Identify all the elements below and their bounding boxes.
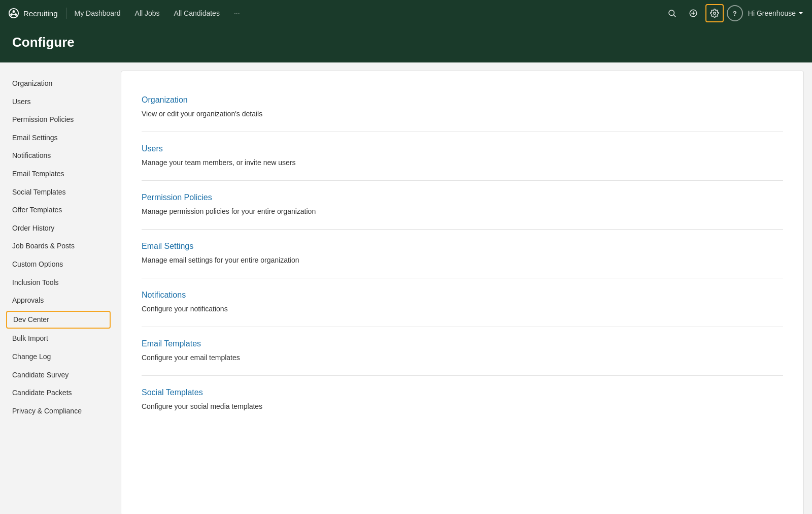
top-nav: Recruiting My Dashboard All Jobs All Can… bbox=[0, 0, 812, 26]
user-menu[interactable]: Hi Greenhouse bbox=[748, 9, 804, 17]
section-email-templates: Email TemplatesConfigure your email temp… bbox=[142, 327, 783, 376]
svg-point-0 bbox=[9, 9, 18, 18]
nav-right: ? Hi Greenhouse bbox=[663, 4, 804, 22]
section-title-organization[interactable]: Organization bbox=[142, 95, 783, 105]
sidebar: OrganizationUsersPermission PoliciesEmai… bbox=[0, 62, 117, 514]
sidebar-item-social-templates[interactable]: Social Templates bbox=[0, 183, 117, 202]
brand-name: Recruiting bbox=[23, 9, 58, 18]
section-desc-email-templates: Configure your email templates bbox=[142, 352, 783, 363]
svg-point-12 bbox=[714, 12, 716, 15]
section-email-settings: Email SettingsManage email settings for … bbox=[142, 230, 783, 278]
section-desc-organization: View or edit your organization's details bbox=[142, 109, 783, 119]
section-permission-policies: Permission PoliciesManage permission pol… bbox=[142, 181, 783, 230]
section-notifications: NotificationsConfigure your notification… bbox=[142, 278, 783, 327]
section-desc-social-templates: Configure your social media templates bbox=[142, 401, 783, 412]
page-title: Configure bbox=[12, 35, 800, 50]
section-desc-email-settings: Manage email settings for your entire or… bbox=[142, 255, 783, 266]
section-social-templates: Social TemplatesConfigure your social me… bbox=[142, 376, 783, 424]
sidebar-item-email-templates[interactable]: Email Templates bbox=[0, 165, 117, 183]
sidebar-item-order-history[interactable]: Order History bbox=[0, 219, 117, 238]
section-title-notifications[interactable]: Notifications bbox=[142, 291, 783, 300]
sidebar-item-job-boards[interactable]: Job Boards & Posts bbox=[0, 237, 117, 255]
section-title-email-templates[interactable]: Email Templates bbox=[142, 339, 783, 348]
user-greeting: Hi Greenhouse bbox=[748, 9, 796, 17]
sidebar-item-permission-policies[interactable]: Permission Policies bbox=[0, 111, 117, 129]
section-organization: OrganizationView or edit your organizati… bbox=[142, 83, 783, 132]
brand-logo[interactable]: Recruiting bbox=[8, 8, 66, 19]
search-icon bbox=[667, 9, 676, 18]
sidebar-item-change-log[interactable]: Change Log bbox=[0, 348, 117, 366]
page-header: Configure bbox=[0, 26, 812, 62]
sidebar-item-notifications[interactable]: Notifications bbox=[0, 147, 117, 165]
sidebar-item-email-settings[interactable]: Email Settings bbox=[0, 129, 117, 147]
chevron-down-icon bbox=[798, 10, 804, 16]
section-desc-users: Manage your team members, or invite new … bbox=[142, 157, 783, 168]
svg-line-4 bbox=[11, 13, 14, 14]
section-title-permission-policies[interactable]: Permission Policies bbox=[142, 193, 783, 202]
svg-line-8 bbox=[673, 15, 675, 17]
nav-all-candidates[interactable]: All Candidates bbox=[174, 9, 220, 17]
nav-all-jobs[interactable]: All Jobs bbox=[135, 9, 160, 17]
svg-point-7 bbox=[669, 10, 674, 16]
sidebar-item-users[interactable]: Users bbox=[0, 93, 117, 111]
add-icon bbox=[689, 9, 698, 18]
nav-more[interactable]: ··· bbox=[234, 9, 240, 17]
sidebar-item-inclusion-tools[interactable]: Inclusion Tools bbox=[0, 274, 117, 292]
nav-my-dashboard[interactable]: My Dashboard bbox=[75, 9, 121, 17]
add-button[interactable] bbox=[684, 4, 702, 22]
gear-icon bbox=[710, 9, 719, 18]
sidebar-item-bulk-import[interactable]: Bulk Import bbox=[0, 330, 117, 348]
svg-line-5 bbox=[14, 13, 16, 14]
section-desc-permission-policies: Manage permission policies for your enti… bbox=[142, 206, 783, 217]
main-layout: OrganizationUsersPermission PoliciesEmai… bbox=[0, 62, 812, 514]
sidebar-item-privacy-compliance[interactable]: Privacy & Compliance bbox=[0, 402, 117, 421]
section-users: UsersManage your team members, or invite… bbox=[142, 132, 783, 181]
sidebar-item-organization[interactable]: Organization bbox=[0, 75, 117, 93]
sidebar-item-dev-center[interactable]: Dev Center bbox=[6, 311, 111, 329]
section-title-email-settings[interactable]: Email Settings bbox=[142, 242, 783, 251]
sidebar-item-approvals[interactable]: Approvals bbox=[0, 292, 117, 310]
section-title-social-templates[interactable]: Social Templates bbox=[142, 388, 783, 397]
main-content: OrganizationView or edit your organizati… bbox=[121, 71, 804, 514]
settings-button[interactable] bbox=[705, 4, 724, 22]
sidebar-item-offer-templates[interactable]: Offer Templates bbox=[0, 201, 117, 219]
sidebar-item-candidate-packets[interactable]: Candidate Packets bbox=[0, 384, 117, 402]
sidebar-item-custom-options[interactable]: Custom Options bbox=[0, 255, 117, 274]
section-desc-notifications: Configure your notifications bbox=[142, 304, 783, 314]
search-button[interactable] bbox=[663, 4, 681, 22]
sidebar-item-candidate-survey[interactable]: Candidate Survey bbox=[0, 366, 117, 384]
brand-icon bbox=[8, 8, 19, 19]
help-button[interactable]: ? bbox=[727, 5, 743, 21]
section-title-users[interactable]: Users bbox=[142, 144, 783, 153]
nav-links: My Dashboard All Jobs All Candidates ··· bbox=[75, 9, 663, 17]
svg-point-1 bbox=[13, 10, 15, 13]
